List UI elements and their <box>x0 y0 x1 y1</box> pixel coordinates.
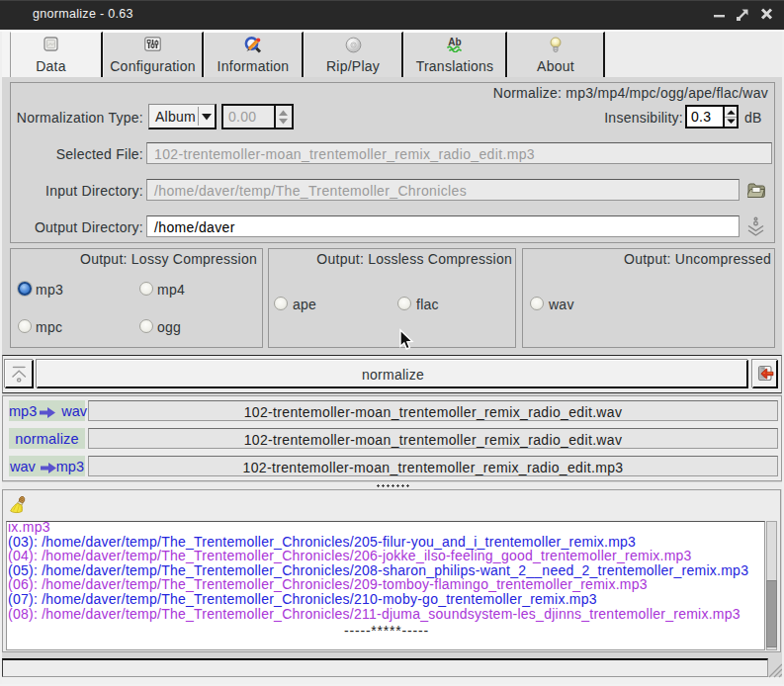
svg-text:Ab: Ab <box>448 37 461 47</box>
